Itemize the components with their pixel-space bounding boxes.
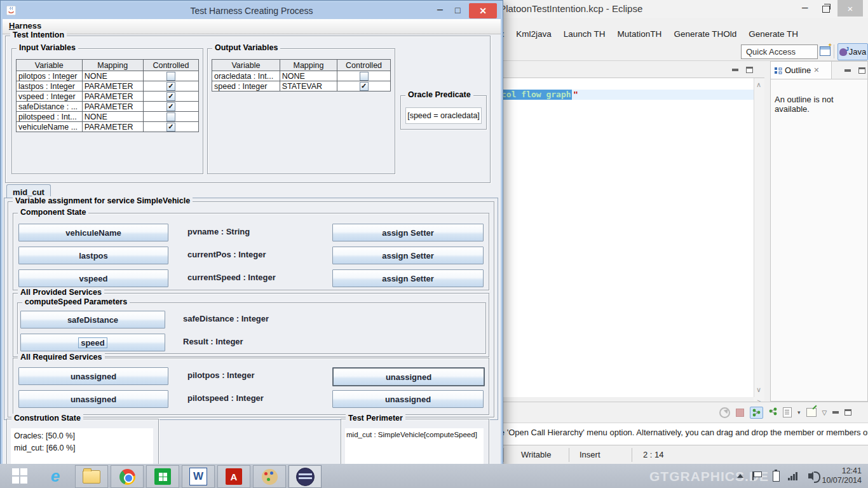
open-perspective-icon[interactable]: [820, 46, 831, 56]
cell-mapping[interactable]: NONE: [82, 71, 143, 81]
taskbar-acrobat[interactable]: A: [217, 465, 250, 488]
assign-setter-button[interactable]: assign Setter: [332, 269, 484, 287]
outline-minimize-icon[interactable]: [844, 69, 851, 72]
table-row: lastpos : Integer PARAMETER ✓: [17, 81, 199, 92]
tray-network[interactable]: [788, 464, 797, 488]
tray-volume[interactable]: [808, 464, 812, 488]
eclipse-restore-button[interactable]: [822, 6, 830, 13]
table-row: vspeed : Integer PARAMETER ✓: [17, 92, 199, 102]
unassigned-button[interactable]: unassigned: [332, 390, 484, 408]
source-variable-button[interactable]: safeDistance: [20, 311, 165, 329]
bottom-minimize-icon[interactable]: [832, 411, 839, 414]
taskbar-internet-explorer[interactable]: e: [39, 465, 71, 487]
toolbar-divider: [834, 44, 834, 58]
controlled-checkbox[interactable]: [360, 72, 369, 81]
menu-item-kml2java[interactable]: Kml2java: [516, 29, 552, 39]
dialog-close-button[interactable]: ✕: [469, 3, 497, 18]
source-variable-button[interactable]: lastpos: [18, 247, 168, 264]
callee-hierarchy-icon[interactable]: [769, 407, 777, 418]
dialog-menubar: Harness: [3, 19, 501, 34]
outline-maximize-icon[interactable]: [858, 67, 865, 74]
show-history-list-icon[interactable]: [783, 407, 792, 417]
menu-item-generate-th[interactable]: Generate TH: [749, 29, 798, 39]
target-variable-label: currentPos : Integer: [187, 250, 266, 259]
dialog-maximize-button[interactable]: □: [455, 5, 460, 15]
constrution-state-title: Constrution State: [11, 414, 83, 423]
cell-mapping[interactable]: PARAMETER: [82, 81, 143, 92]
outline-close-icon[interactable]: ✕: [813, 66, 819, 74]
pin-view-icon[interactable]: [806, 408, 817, 417]
source-variable-button[interactable]: vehiculeName: [18, 224, 168, 241]
editor-maximize-icon[interactable]: [746, 67, 753, 73]
history-dropdown-icon[interactable]: ▾: [797, 409, 801, 416]
menu-item-mutation-th[interactable]: MutationTH: [618, 29, 662, 39]
unassigned-button[interactable]: unassigned: [18, 390, 168, 408]
editor-vertical-scrollbar[interactable]: ∧ ∨: [754, 78, 765, 397]
controlled-checkbox[interactable]: ✓: [360, 82, 369, 91]
eclipse-close-button[interactable]: ×: [837, 0, 863, 17]
cell-mapping[interactable]: NONE: [82, 112, 143, 122]
tray-show-hidden-icons[interactable]: [737, 464, 743, 488]
dialog-minimize-button[interactable]: –: [437, 4, 443, 15]
controlled-checkbox[interactable]: ✓: [166, 92, 175, 101]
eclipse-icon: [296, 468, 315, 486]
menu-harness[interactable]: Harness: [9, 21, 41, 30]
cell-variable: vspeed : Integer: [17, 92, 83, 102]
tray-action-center[interactable]: [752, 464, 754, 488]
taskbar-file-explorer[interactable]: [75, 465, 108, 488]
cell-mapping[interactable]: PARAMETER: [82, 92, 143, 102]
java-perspective-icon: [839, 48, 847, 56]
unassigned-button[interactable]: unassigned: [18, 367, 168, 385]
taskbar-word[interactable]: W: [182, 465, 215, 488]
outline-tab-label: Outline: [785, 65, 811, 75]
column-header-mapping[interactable]: Mapping: [280, 60, 337, 71]
column-header-controlled[interactable]: Controlled: [337, 60, 391, 71]
terminate-icon[interactable]: [736, 409, 744, 417]
tray-battery[interactable]: [773, 464, 780, 488]
controlled-checkbox[interactable]: ✓: [166, 102, 175, 111]
view-sash[interactable]: [764, 61, 770, 402]
taskbar-windows-store[interactable]: [146, 465, 179, 488]
quick-access-input[interactable]: Quick Access: [741, 44, 818, 59]
menu-item-launch-th[interactable]: Launch TH: [564, 29, 606, 39]
cell-mapping[interactable]: PARAMETER: [82, 102, 143, 112]
unassigned-button[interactable]: unassigned: [332, 367, 485, 386]
controlled-checkbox[interactable]: [166, 112, 175, 121]
taskbar-clock[interactable]: 12:41 10/07/2014: [822, 466, 862, 485]
source-variable-button[interactable]: speed: [20, 334, 165, 351]
column-header-variable[interactable]: Variable: [17, 60, 83, 71]
assign-setter-button[interactable]: assign Setter: [332, 224, 484, 241]
tab-outline[interactable]: Outline ✕: [771, 62, 832, 79]
table-row: vehiculeName ... PARAMETER ✓: [17, 122, 199, 132]
controlled-checkbox[interactable]: ✓: [166, 123, 175, 132]
menu-item-generate-thold[interactable]: Generate THOld: [674, 29, 736, 39]
eclipse-minimize-button[interactable]: –: [802, 2, 808, 13]
taskbar-chrome[interactable]: [111, 465, 144, 488]
assign-setter-button[interactable]: assign Setter: [332, 247, 484, 264]
table-row: speed : Integer STATEVAR ✓: [212, 81, 391, 92]
column-header-controlled[interactable]: Controlled: [143, 60, 198, 71]
cell-mapping[interactable]: PARAMETER: [82, 122, 143, 132]
view-menu-icon[interactable]: ▽: [822, 409, 827, 416]
caller-hierarchy-icon[interactable]: [750, 407, 763, 419]
controlled-checkbox[interactable]: ✓: [166, 82, 175, 91]
column-header-variable[interactable]: Variable: [212, 60, 280, 71]
scroll-down-icon[interactable]: ∨: [756, 386, 761, 394]
java-perspective-button[interactable]: Java: [837, 43, 868, 60]
scroll-up-icon[interactable]: ∧: [756, 81, 761, 89]
cell-mapping[interactable]: STATEVAR: [280, 81, 337, 92]
refresh-icon[interactable]: [719, 407, 730, 418]
cell-variable: lastpos : Integer: [17, 81, 83, 92]
source-variable-button[interactable]: vspeed: [18, 269, 168, 287]
acrobat-icon: A: [226, 468, 242, 485]
taskbar-paint[interactable]: [253, 465, 286, 488]
bottom-maximize-icon[interactable]: [844, 409, 851, 416]
dialog-titlebar[interactable]: Test Harness Creating Process – □ ✕: [3, 3, 501, 19]
taskbar-eclipse[interactable]: [288, 465, 322, 488]
start-button[interactable]: [4, 465, 36, 487]
controlled-checkbox[interactable]: [166, 72, 175, 81]
windows-store-icon: [154, 468, 171, 485]
cell-mapping[interactable]: NONE: [280, 71, 337, 81]
column-header-mapping[interactable]: Mapping: [82, 60, 143, 71]
editor-minimize-icon[interactable]: [732, 69, 738, 71]
